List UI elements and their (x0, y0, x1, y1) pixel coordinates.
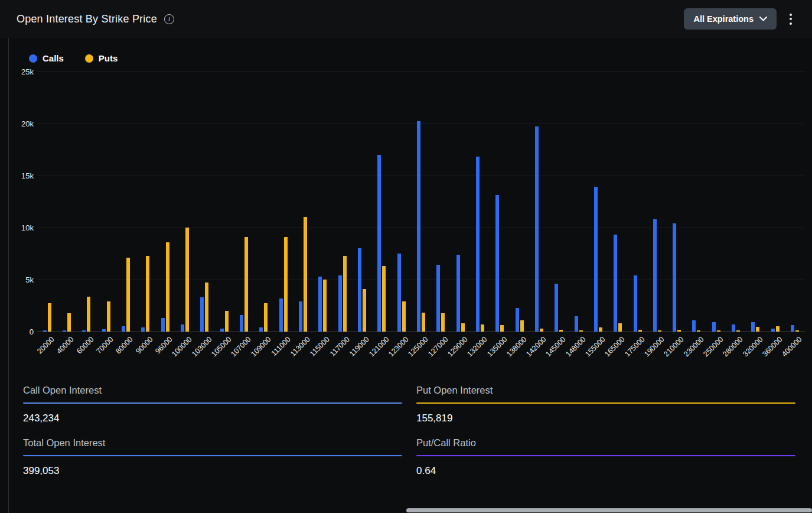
calls-bar[interactable] (634, 275, 637, 332)
puts-bar[interactable] (599, 327, 602, 332)
bar-group-117000[interactable] (332, 72, 352, 332)
calls-bar[interactable] (318, 277, 322, 332)
puts-bar[interactable] (146, 256, 149, 332)
puts-bar[interactable] (87, 297, 90, 332)
puts-bar[interactable] (166, 242, 169, 332)
bar-group-129000[interactable] (451, 72, 470, 332)
puts-bar[interactable] (185, 228, 189, 332)
puts-bar[interactable] (756, 327, 759, 332)
puts-bar[interactable] (304, 217, 307, 332)
calls-bar[interactable] (456, 255, 460, 332)
puts-bar[interactable] (422, 313, 425, 332)
bar-group-190000[interactable] (647, 72, 667, 332)
bar-group-127000[interactable] (431, 72, 451, 332)
bar-group-103000[interactable] (195, 72, 214, 332)
bar-group-60000[interactable] (77, 72, 96, 332)
calls-bar[interactable] (279, 298, 283, 332)
calls-bar[interactable] (161, 318, 165, 332)
legend-item-calls[interactable]: Calls (29, 53, 64, 63)
bar-group-80000[interactable] (116, 72, 135, 332)
bar-group-210000[interactable] (667, 72, 687, 332)
bar-group-90000[interactable] (136, 72, 155, 332)
horizontal-scrollbar[interactable] (0, 508, 812, 513)
calls-bar[interactable] (495, 195, 499, 332)
puts-bar[interactable] (225, 311, 229, 332)
puts-bar[interactable] (67, 313, 71, 332)
puts-bar[interactable] (776, 326, 780, 332)
bar-group-115000[interactable] (313, 72, 332, 332)
calls-bar[interactable] (181, 324, 184, 332)
puts-bar[interactable] (264, 303, 268, 332)
bar-group-142000[interactable] (529, 72, 549, 332)
bar-group-400000[interactable] (785, 72, 804, 332)
bar-group-135000[interactable] (490, 72, 510, 332)
bar-group-280000[interactable] (726, 72, 745, 332)
bar-group-70000[interactable] (96, 72, 116, 332)
bar-group-119000[interactable] (352, 72, 371, 332)
puts-bar[interactable] (363, 289, 366, 332)
calls-bar[interactable] (397, 254, 401, 332)
calls-bar[interactable] (476, 157, 480, 332)
puts-bar[interactable] (244, 237, 248, 332)
info-icon[interactable]: i (164, 14, 174, 24)
bar-group-125000[interactable] (411, 72, 431, 332)
calls-bar[interactable] (338, 275, 342, 332)
puts-bar[interactable] (126, 258, 130, 332)
calls-bar[interactable] (692, 320, 696, 332)
calls-bar[interactable] (535, 126, 539, 332)
calls-bar[interactable] (299, 301, 302, 332)
expirations-dropdown[interactable]: All Expirations (684, 8, 777, 30)
calls-bar[interactable] (122, 326, 125, 332)
puts-bar[interactable] (382, 266, 386, 332)
bar-group-105000[interactable] (214, 72, 234, 332)
puts-bar[interactable] (107, 301, 110, 332)
calls-bar[interactable] (575, 316, 578, 332)
bar-group-100000[interactable] (175, 72, 194, 332)
calls-bar[interactable] (791, 325, 794, 332)
calls-bar[interactable] (673, 223, 676, 332)
bar-group-113000[interactable] (293, 72, 312, 332)
calls-bar[interactable] (417, 121, 420, 332)
bar-group-121000[interactable] (372, 72, 392, 332)
calls-bar[interactable] (141, 327, 145, 332)
bar-group-132000[interactable] (470, 72, 490, 332)
calls-bar[interactable] (732, 324, 735, 332)
calls-bar[interactable] (240, 315, 243, 332)
bar-group-40000[interactable] (57, 72, 76, 332)
puts-bar[interactable] (461, 323, 465, 332)
bar-group-250000[interactable] (706, 72, 726, 332)
bar-group-145000[interactable] (549, 72, 569, 332)
calls-bar[interactable] (200, 297, 204, 332)
puts-bar[interactable] (343, 256, 347, 332)
bar-group-360000[interactable] (765, 72, 785, 332)
bar-group-148000[interactable] (569, 72, 588, 332)
puts-bar[interactable] (441, 313, 445, 332)
calls-bar[interactable] (614, 235, 617, 332)
calls-bar[interactable] (436, 265, 440, 332)
puts-bar[interactable] (323, 280, 327, 332)
bar-group-20000[interactable] (37, 72, 57, 332)
puts-bar[interactable] (402, 301, 406, 332)
bar-group-175000[interactable] (628, 72, 647, 332)
bar-group-320000[interactable] (746, 72, 765, 332)
calls-bar[interactable] (594, 187, 598, 332)
puts-bar[interactable] (205, 283, 208, 332)
legend-item-puts[interactable]: Puts (85, 53, 118, 63)
scrollbar-thumb[interactable] (406, 508, 812, 512)
calls-bar[interactable] (712, 322, 716, 332)
calls-bar[interactable] (358, 248, 361, 332)
puts-bar[interactable] (481, 324, 484, 332)
bar-group-138000[interactable] (510, 72, 529, 332)
bar-group-107000[interactable] (234, 72, 253, 332)
bar-group-123000[interactable] (392, 72, 411, 332)
kebab-menu-icon[interactable] (787, 11, 794, 27)
calls-bar[interactable] (555, 284, 558, 332)
calls-bar[interactable] (516, 308, 519, 332)
calls-bar[interactable] (653, 219, 657, 332)
calls-bar[interactable] (259, 327, 263, 332)
puts-bar[interactable] (500, 325, 504, 332)
calls-bar[interactable] (751, 322, 755, 332)
puts-bar[interactable] (284, 237, 288, 332)
puts-bar[interactable] (48, 303, 51, 332)
bar-group-111000[interactable] (273, 72, 293, 332)
